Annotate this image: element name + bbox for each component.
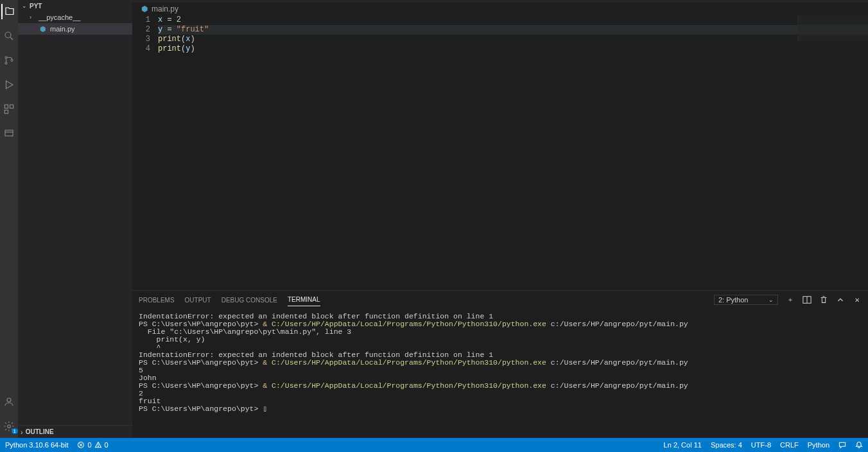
status-notifications-icon[interactable]: [855, 441, 863, 449]
code-editor[interactable]: 1234 x = 2y = "fruit"print(x)print(y): [132, 15, 868, 290]
code-line[interactable]: print(y): [158, 44, 868, 54]
close-panel-icon[interactable]: ✕: [853, 295, 862, 304]
panel-tab-output[interactable]: OUTPUT: [185, 294, 211, 306]
search-icon[interactable]: [1, 28, 17, 44]
outline-label: OUTLINE: [26, 428, 54, 435]
terminal-line: PS C:\Users\HP\angrepo\pyt> & C:/Users/H…: [139, 382, 862, 390]
accounts-icon[interactable]: [1, 394, 17, 410]
terminal-line: PS C:\Users\HP\angrepo\pyt> ▯: [139, 405, 862, 413]
run-debug-icon[interactable]: [1, 77, 17, 92]
chevron-down-icon: ⌄: [768, 297, 774, 303]
line-number: 4: [132, 44, 150, 54]
line-number: 2: [132, 25, 150, 35]
status-encoding[interactable]: UTF-8: [751, 441, 771, 449]
svg-point-11: [7, 398, 11, 402]
python-file-icon: ⬢: [141, 4, 148, 13]
extensions-icon[interactable]: [1, 101, 17, 117]
terminal-line: 2: [139, 390, 862, 397]
svg-rect-9: [5, 130, 13, 136]
breadcrumb-file: main.py: [152, 4, 178, 13]
svg-rect-7: [10, 105, 13, 108]
terminal-line: print(x, y): [139, 336, 862, 343]
svg-point-0: [5, 32, 11, 38]
bottom-panel: PROBLEMS OUTPUT DEBUG CONSOLE TERMINAL 2…: [132, 290, 868, 438]
chevron-right-icon: ›: [30, 14, 36, 21]
code-line[interactable]: x = 2: [158, 15, 868, 25]
terminal-output[interactable]: IndentationError: expected an indented b…: [132, 309, 868, 438]
line-number: 3: [132, 35, 150, 44]
svg-point-3: [5, 62, 7, 64]
svg-marker-5: [6, 81, 13, 89]
code-line[interactable]: y = "fruit": [158, 25, 868, 35]
maximize-panel-icon[interactable]: [836, 295, 845, 304]
folder-header[interactable]: ⌄ PYT: [18, 0, 132, 12]
breadcrumb[interactable]: ⬢ main.py: [132, 3, 868, 15]
status-feedback-icon[interactable]: [838, 441, 846, 449]
split-terminal-icon[interactable]: [803, 295, 812, 304]
status-python-version[interactable]: Python 3.10.6 64-bit: [5, 441, 68, 449]
status-cursor[interactable]: Ln 2, Col 11: [664, 441, 702, 449]
minimap[interactable]: [797, 15, 868, 41]
kill-terminal-icon[interactable]: [819, 295, 828, 304]
outline-header[interactable]: › OUTLINE: [18, 425, 132, 438]
activity-bar: [0, 0, 18, 438]
tree-item-label: __pycache__: [39, 13, 80, 21]
chevron-down-icon: ⌄: [21, 3, 27, 9]
svg-rect-6: [4, 105, 8, 108]
source-control-icon[interactable]: [1, 53, 17, 68]
svg-rect-8: [4, 110, 8, 114]
editor-area: ⬢ main.py 1234 x = 2y = "fruit"print(x)p…: [132, 0, 868, 438]
status-spaces[interactable]: Spaces: 4: [711, 441, 742, 449]
status-problems[interactable]: 0 0: [77, 441, 108, 449]
code-line[interactable]: print(x): [158, 35, 868, 44]
explorer-sidebar: EXPLORER ⌄ PYT › __pycache__ ⬢ main.py ›…: [18, 0, 132, 438]
chevron-right-icon: ›: [21, 428, 23, 436]
svg-point-19: [98, 446, 98, 447]
status-language[interactable]: Python: [808, 441, 829, 449]
settings-gear-icon[interactable]: [1, 419, 17, 434]
svg-line-1: [10, 37, 13, 40]
tree-folder-pycache[interactable]: › __pycache__: [18, 12, 132, 23]
terminal-line: 5: [139, 367, 862, 374]
panel-tab-debug-console[interactable]: DEBUG CONSOLE: [221, 294, 277, 306]
status-bar: Python 3.10.6 64-bit 0 0 Ln 2, Col 11 Sp…: [0, 438, 868, 452]
line-number: 1: [132, 15, 150, 25]
misc-icon[interactable]: [1, 126, 17, 141]
new-terminal-icon[interactable]: ＋: [786, 295, 795, 304]
tree-item-label: main.py: [50, 25, 75, 33]
terminal-line: File "c:\Users\HP\angrepo\pyt\main.py", …: [139, 328, 862, 336]
terminal-selector[interactable]: 2: Python ⌄: [714, 295, 778, 305]
svg-point-2: [5, 56, 7, 58]
panel-tab-terminal[interactable]: TERMINAL: [288, 293, 320, 306]
terminal-selector-label: 2: Python: [718, 296, 748, 304]
python-file-icon: ⬢: [39, 25, 48, 33]
explorer-icon[interactable]: [1, 4, 17, 19]
panel-tab-problems[interactable]: PROBLEMS: [139, 294, 175, 306]
tree-file-main[interactable]: ⬢ main.py: [18, 23, 132, 35]
folder-name: PYT: [30, 3, 42, 10]
status-eol[interactable]: CRLF: [780, 441, 799, 449]
svg-point-12: [8, 425, 11, 428]
svg-point-4: [11, 60, 13, 62]
terminal-line: PS C:\Users\HP\angrepo\pyt> & C:/Users/H…: [139, 359, 862, 367]
